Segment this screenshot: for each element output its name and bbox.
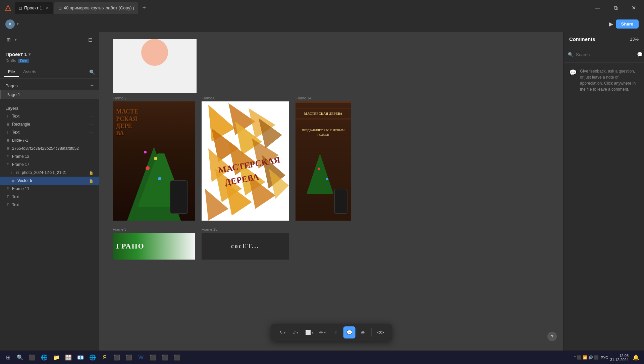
time-display: 12:05 31.12.2024 [610,354,629,362]
pages-section: Pages + Page 1 [0,79,99,102]
layer-text-4[interactable]: T Text [0,201,99,209]
panel-toggle-button[interactable]: ⊟ [86,35,95,44]
right-panel-header: Comments 13% [564,32,644,46]
layer-frame12[interactable]: # Frame 12 [0,152,99,161]
layer-text-3[interactable]: T Text [0,193,99,201]
layer-vis-icon: ~~ [89,114,94,118]
frame15-label: Frame 15 [202,227,289,231]
lock-icon: 🔒 [89,171,94,175]
sidebar: ⊞ ▾ ⊟ Проект 1 ▾ Drafts Free File Assets… [0,32,99,351]
layer-frame11[interactable]: # Frame 11 [0,185,99,193]
frame-icon: # [293,330,296,335]
frame14-box[interactable]: МАСТЕРСКАЯ ДЕРЕВА ПОЗДРАВЛЯЕТ ВАС С НОВЫ… [296,101,351,221]
layer-vector5[interactable]: ◉ Vector 5 🔒 [0,177,99,185]
layers-header[interactable]: Layers [0,104,99,112]
text-tool[interactable]: T [330,326,342,338]
frame-chevron-icon: ▾ [297,331,298,334]
components-tool[interactable]: ⊕ [357,326,369,338]
shape-icon: ⬜ [305,330,311,335]
explorer-icon[interactable]: 📁 [51,352,62,363]
avatar[interactable]: А [5,19,15,29]
frame3-label: Frame 3 [113,227,195,231]
yandex-icon[interactable]: Я [99,352,110,363]
canvas-scroll[interactable]: Frame 2 [99,32,564,351]
pen-tool[interactable]: ✏ ▾ [317,326,329,338]
frame14-label: Frame 14 [296,96,351,100]
search-icon: 🔍 [568,52,573,57]
app-icon2[interactable]: ⬛ [123,352,134,363]
layer-frame17[interactable]: # Frame 17 [0,161,99,169]
edge-browser-icon[interactable]: 🌐 [39,352,50,363]
minimize-button[interactable]: — [590,3,605,13]
layer-vector5-name: Vector 5 [17,178,87,183]
app-icon3[interactable]: ⬛ [148,352,158,363]
start-button[interactable]: ⊞ [3,352,13,363]
help-button[interactable]: ? [547,332,557,341]
task-view-button[interactable]: ⬛ [27,352,38,363]
comment-tool[interactable]: 💬 [343,326,356,338]
comment-bubble-button[interactable]: 💬 [635,50,644,59]
floating-toolbar: ↖ ▾ # ▾ ⬜ ▾ ✏ ▾ T 💬 ⊕ [271,324,392,341]
right-panel: Comments 13% 🔍 💬 ••• 💬 Give feedback, as… [564,32,644,351]
layer-bilde-name: Bilde-7-1 [12,138,94,143]
code-tool[interactable]: </> [375,326,387,338]
layer-text-2[interactable]: T Text ~~ [0,128,99,136]
sidebar-search: 🔍 [89,70,95,75]
bottom-frame-row: Frame 3 ГРАНО Frame 15 сосЕТ... [113,227,557,260]
taskbar-left: ⊞ 🔍 ⬛ 🌐 📁 🪟 📧 🌐 Я ⬛ ⬛ W ⬛ ⬛ ⬛ [3,352,182,363]
right-search-bar: 🔍 💬 ••• [564,46,644,63]
figma-icon[interactable]: ⬛ [160,352,170,363]
close-button[interactable]: ✕ [626,3,641,13]
layout-icon[interactable]: ⊞ [4,35,13,44]
search-input[interactable] [576,52,632,57]
word-icon[interactable]: W [136,352,146,363]
frame2-box[interactable]: МАСТЕРСКАЯДЕРЕВА [113,101,195,221]
app-icon1[interactable]: ⬛ [111,352,122,363]
tab-1-close[interactable]: ✕ [46,6,49,10]
page-1-item[interactable]: Page 1 [0,90,99,99]
layer-bilde[interactable]: ⊟ Bilde-7-1 [0,136,99,144]
search-icon[interactable]: 🔍 [89,70,95,75]
layer-hash[interactable]: ⊟ 27654d37f2c3a423b254c78afafdf052 [0,144,99,152]
app-icon4[interactable]: ⬛ [172,352,182,363]
notification-button[interactable]: 🔔 [631,352,641,363]
layer-text2-vis-icon: ~~ [89,130,94,134]
add-page-button[interactable]: + [91,83,94,89]
tab-2[interactable]: ◻ 40 примеров крутых работ (Copy) ( [54,2,139,14]
project-title[interactable]: Проект 1 ▾ [5,51,94,57]
pages-header[interactable]: Pages + [0,81,99,90]
frame15-box[interactable]: сосЕТ... [202,233,289,260]
store-icon[interactable]: 🪟 [63,352,74,363]
tab-file[interactable]: File [4,67,19,77]
share-button[interactable]: Share [616,19,639,29]
maximize-button[interactable]: ⧉ [608,3,623,13]
canvas-area: Frame 2 [99,32,564,351]
layer-text-1[interactable]: T Text ~~ [0,112,99,120]
layer-photo[interactable]: ↑ ⊟ photo_2024-12-21_21-2: 🔒 [0,169,99,177]
layer-rectangle[interactable]: ⊟ Rectangle ~~ [0,120,99,128]
comment-prompt: 💬 Give feedback, ask a question, or just… [564,63,644,98]
search-button[interactable]: 🔍 [15,352,25,363]
frame3-box[interactable]: ГРАНО [113,233,195,260]
select-tool[interactable]: ↖ ▾ [276,326,288,338]
frame15-text: сосЕТ... [202,233,289,260]
play-button[interactable]: ▶ [609,21,613,27]
zoom-level: 13% [630,37,639,42]
add-tab-button[interactable]: + [140,3,149,13]
layer-frame11-name: Frame 11 [12,186,94,191]
mail-icon[interactable]: 📧 [75,352,86,363]
shape-tool[interactable]: ⬜ ▾ [303,326,315,338]
comment-icon: 💬 [346,330,352,335]
chevron-down-icon: ▾ [17,22,19,26]
sidebar-toolbar: ⊞ ▾ ⊟ [0,32,99,47]
pen-chevron-icon: ▾ [324,331,326,334]
frame6-box[interactable]: МАСТЕРСКАЯ ДЕРЕВА [202,101,289,221]
titlebar-right: — ⧉ ✕ [590,3,641,13]
tab-assets[interactable]: Assets [19,67,40,77]
tab-1[interactable]: ◻ Проект 1 ✕ [15,2,53,14]
browser-icon2[interactable]: 🌐 [87,352,98,363]
text-tool-icon: T [334,330,337,335]
frame6-group: Frame 6 [202,96,289,221]
layer-frame12-name: Frame 12 [12,154,94,159]
frame-tool[interactable]: # ▾ [290,326,302,338]
